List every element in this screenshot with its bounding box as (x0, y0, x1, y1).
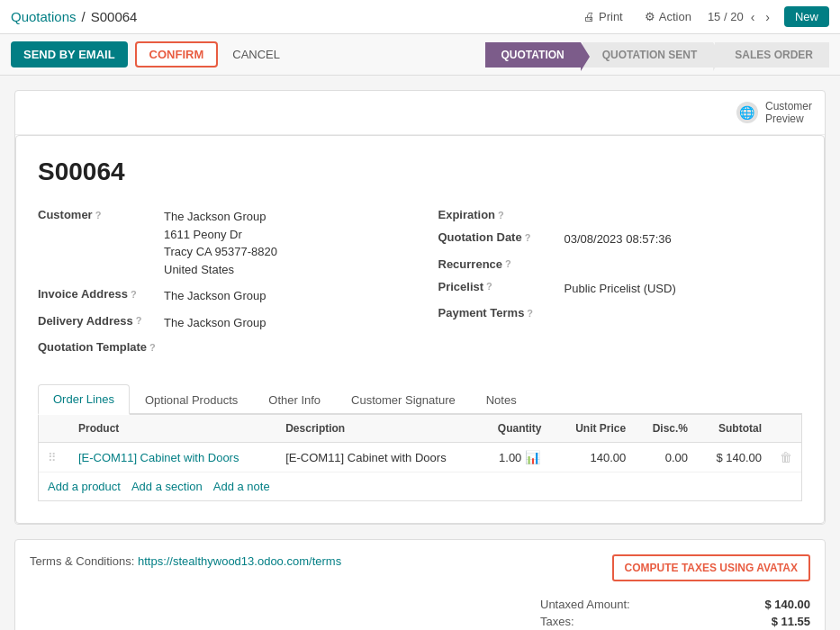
gear-icon: ⚙ (645, 10, 655, 23)
new-button[interactable]: New (784, 6, 829, 27)
status-quotation: QUOTATION (485, 42, 581, 68)
field-quotation-date: Quotation Date ? 03/08/2023 08:57:36 (438, 230, 803, 248)
customer-preview-card: 🌐 Customer Preview S00064 Customer ? The… (14, 90, 826, 525)
cell-delete: 🗑 (771, 443, 801, 472)
top-bar: Quotations / S00064 🖨 Print ⚙ Action 15 … (0, 0, 840, 34)
add-section-link[interactable]: Add a section (131, 480, 203, 493)
cell-unit-price[interactable]: 140.00 (555, 443, 635, 472)
totals-section: COMPUTE TAXES USING AVATAX Untaxed Amoun… (540, 554, 810, 630)
action-bar: SEND BY EMAIL CONFIRM CANCEL QUOTATION Q… (0, 34, 840, 76)
confirm-button[interactable]: CONFIRM (135, 41, 219, 68)
field-pricelist: Pricelist ? Public Pricelist (USD) (438, 280, 803, 298)
field-customer-label: Customer ? (38, 208, 164, 221)
untaxed-value: $ 140.00 (738, 598, 810, 611)
tab-order-lines[interactable]: Order Lines (38, 384, 130, 415)
field-delivery-address: Delivery Address ? The Jackson Group (38, 314, 402, 332)
field-quotation-template: Quotation Template ? (38, 340, 402, 354)
main-content: 🌐 Customer Preview S00064 Customer ? The… (0, 76, 840, 630)
field-expiration: Expiration ? (438, 208, 803, 221)
order-table: Product Description Quantity Unit Price … (39, 415, 801, 472)
send-email-button[interactable]: SEND BY EMAIL (11, 41, 128, 68)
printer-icon: 🖨 (583, 10, 595, 23)
col-unit-price: Unit Price (555, 415, 635, 443)
breadcrumb-parent[interactable]: Quotations (11, 9, 77, 24)
status-pipeline: QUOTATION QUOTATION SENT SALES ORDER (485, 42, 829, 68)
table-row: ⠿ [E-COM11] Cabinet with Doors [E-COM11]… (39, 443, 801, 472)
action-buttons: SEND BY EMAIL CONFIRM CANCEL (11, 41, 287, 68)
delivery-help-icon[interactable]: ? (136, 315, 142, 326)
customer-preview-button[interactable]: 🌐 Customer Preview (736, 100, 812, 125)
col-product-name: Product (69, 415, 276, 443)
field-pricelist-label: Pricelist ? (438, 280, 565, 293)
field-delivery-label: Delivery Address ? (38, 314, 164, 328)
add-product-link[interactable]: Add a product (48, 480, 121, 493)
form-card: S00064 Customer ? The Jackson Group 1611… (15, 135, 825, 524)
field-customer: Customer ? The Jackson Group 1611 Peony … (38, 208, 402, 278)
expiration-help-icon[interactable]: ? (498, 210, 504, 220)
cell-description: [E-COM11] Cabinet with Doors (276, 443, 483, 472)
cancel-button[interactable]: CANCEL (225, 43, 287, 66)
untaxed-label: Untaxed Amount: (540, 598, 630, 611)
taxes-label: Taxes: (540, 615, 574, 628)
field-template-label: Quotation Template ? (38, 340, 164, 354)
action-button[interactable]: ⚙ Action (639, 7, 697, 26)
breadcrumb-separator: / (82, 9, 86, 24)
field-expiration-label: Expiration ? (438, 208, 565, 221)
customer-preview-header: 🌐 Customer Preview (15, 91, 825, 135)
forecast-icon[interactable]: 📊 (525, 450, 540, 464)
field-recurrence: Recurrence ? (438, 257, 803, 271)
cell-product[interactable]: [E-COM11] Cabinet with Doors (69, 443, 276, 472)
total-row-taxes: Taxes: $ 11.55 (540, 615, 810, 628)
col-subtotal: Subtotal (697, 415, 771, 443)
nav-position: 15 / 20 (708, 10, 744, 23)
field-payment-terms-label: Payment Terms ? (438, 306, 565, 320)
tab-other-info[interactable]: Other Info (253, 384, 336, 415)
field-delivery-value: The Jackson Group (164, 314, 266, 332)
cell-quantity: 1.00 📊 (483, 443, 555, 472)
quotation-title: S00064 (38, 158, 802, 186)
status-quotation-sent: QUOTATION SENT (583, 42, 714, 68)
drag-handle-cell: ⠿ (39, 443, 69, 472)
terms-link[interactable]: https://stealthywood13.odoo.com/terms (138, 554, 341, 568)
print-button[interactable]: 🖨 Print (578, 7, 628, 26)
recurrence-help-icon[interactable]: ? (505, 258, 511, 269)
field-payment-terms: Payment Terms ? (438, 306, 803, 320)
nav-next-button[interactable]: › (762, 8, 773, 26)
col-discount: Disc.% (635, 415, 697, 443)
add-note-link[interactable]: Add a note (213, 480, 270, 493)
tab-notes[interactable]: Notes (471, 384, 532, 415)
terms-row: Terms & Conditions: https://stealthywood… (30, 554, 810, 630)
form-right: Expiration ? Quotation Date ? 03/08/2023… (438, 208, 803, 363)
nav-controls: 15 / 20 ‹ › (708, 8, 773, 26)
drag-handle-icon[interactable]: ⠿ (48, 451, 57, 464)
col-actions (771, 415, 801, 443)
globe-icon: 🌐 (736, 102, 758, 123)
tab-customer-signature[interactable]: Customer Signature (336, 384, 471, 415)
bottom-section: Terms & Conditions: https://stealthywood… (14, 539, 826, 630)
cell-subtotal: $ 140.00 (697, 443, 771, 472)
order-tabs: Order Lines Optional Products Other Info… (38, 384, 802, 415)
tab-optional-products[interactable]: Optional Products (130, 384, 253, 415)
field-invoice-value: The Jackson Group (164, 287, 266, 305)
breadcrumb-current: S00064 (91, 9, 138, 24)
template-help-icon[interactable]: ? (149, 342, 156, 353)
cell-discount[interactable]: 0.00 (635, 443, 697, 472)
nav-prev-button[interactable]: ‹ (747, 8, 759, 26)
quotation-date-help-icon[interactable]: ? (525, 232, 531, 243)
compute-taxes-button[interactable]: COMPUTE TAXES USING AVATAX (612, 554, 810, 581)
invoice-help-icon[interactable]: ? (131, 289, 137, 300)
customer-help-icon[interactable]: ? (95, 210, 102, 220)
payment-terms-help-icon[interactable]: ? (527, 308, 533, 319)
terms-label: Terms & Conditions: (30, 554, 134, 568)
add-actions: Add a product Add a section Add a note (39, 472, 801, 500)
pricelist-help-icon[interactable]: ? (486, 281, 492, 292)
table-header-row: Product Description Quantity Unit Price … (39, 415, 801, 443)
col-description: Description (276, 415, 483, 443)
total-row-untaxed: Untaxed Amount: $ 140.00 (540, 598, 810, 611)
quantity-value[interactable]: 1.00 (499, 451, 521, 464)
form-grid: Customer ? The Jackson Group 1611 Peony … (38, 208, 802, 363)
delete-row-icon[interactable]: 🗑 (780, 450, 792, 464)
field-pricelist-value: Public Pricelist (USD) (565, 280, 676, 298)
form-left: Customer ? The Jackson Group 1611 Peony … (38, 208, 402, 363)
field-quotation-date-value: 03/08/2023 08:57:36 (565, 230, 672, 248)
